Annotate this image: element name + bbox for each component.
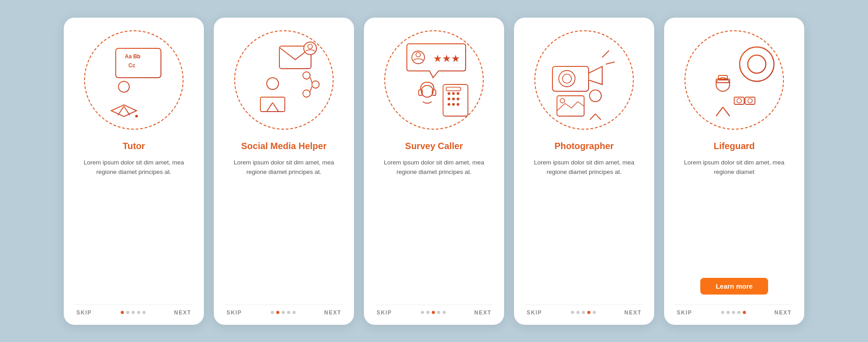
svg-point-40 [452,98,455,100]
survey-caller-body: Lorem ipsum dolor sit dim amet, mea regi… [375,158,493,299]
svg-rect-45 [446,87,461,91]
dot-5 [743,311,746,314]
dot-2 [426,311,429,314]
svg-line-27 [310,86,312,92]
tutor-icon-area: Aa Bb Cc [84,30,184,130]
svg-point-48 [559,70,575,87]
dot-4 [287,311,290,314]
survey-dots [421,311,446,314]
svg-line-20 [273,103,278,112]
svg-line-50 [602,51,609,57]
svg-point-41 [457,98,459,100]
photographer-next[interactable]: NEXT [624,309,642,316]
dot-1 [271,311,274,314]
card-lifeguard: Lifeguard Lorem ipsum dolor sit dim amet… [664,18,804,325]
svg-text:Aa Bb: Aa Bb [125,53,141,60]
lifeguard-body: Lorem ipsum dolor sit dim amet, mea regi… [675,158,793,273]
dot-3 [582,311,585,314]
svg-point-4 [118,81,129,92]
social-skip[interactable]: SKIP [226,309,242,316]
tutor-nav: SKIP NEXT [75,305,193,316]
lifeguard-next[interactable]: NEXT [774,309,792,316]
survey-caller-icon-area: ★★★ [384,30,484,130]
tutor-skip[interactable]: SKIP [76,309,92,316]
dot-1 [721,311,724,314]
svg-point-53 [590,90,601,102]
svg-point-49 [562,74,571,83]
svg-text:★★★: ★★★ [433,53,460,64]
svg-point-31 [421,85,433,97]
lifeguard-nav: SKIP NEXT [675,305,793,316]
tutor-title: Tutor [123,141,145,151]
svg-line-71 [716,107,723,116]
social-media-nav: SKIP NEXT [225,305,343,316]
svg-point-29 [416,52,420,57]
svg-rect-46 [552,66,589,91]
svg-point-14 [304,42,316,55]
cards-container: Aa Bb Cc Tutor Lorem ipsum dolor sit dim… [64,18,804,325]
svg-point-43 [452,103,455,106]
dot-3 [282,311,285,314]
dot-3 [432,311,435,314]
photographer-title: Photographer [554,141,613,151]
svg-line-56 [590,114,595,120]
lifeguard-title: Lifeguard [713,141,755,151]
dot-5 [292,311,296,314]
photographer-body: Lorem ipsum dolor sit dim amet, mea regi… [525,158,643,299]
photographer-icon-area [534,30,634,130]
dot-4 [437,311,440,314]
dot-1 [121,311,124,314]
svg-point-61 [748,55,766,73]
dot-2 [126,311,129,314]
svg-line-19 [267,103,273,112]
svg-line-57 [595,114,601,120]
photographer-icon [543,39,625,121]
tutor-next[interactable]: NEXT [174,309,191,316]
survey-next[interactable]: NEXT [474,309,491,316]
dot-2 [726,311,730,314]
svg-point-37 [452,92,455,95]
social-media-title: Social Media Helper [241,141,327,151]
social-dots [271,311,296,314]
learn-more-button[interactable]: Learn more [700,278,768,295]
dot-1 [421,311,424,314]
social-next[interactable]: NEXT [324,309,341,316]
dot-5 [443,311,446,314]
lifeguard-icon [693,39,775,121]
photographer-skip[interactable]: SKIP [527,309,542,316]
svg-point-12 [135,115,138,117]
card-tutor: Aa Bb Cc Tutor Lorem ipsum dolor sit dim… [64,18,204,325]
svg-point-36 [448,92,450,95]
svg-point-76 [737,98,741,103]
svg-rect-0 [116,48,161,78]
lifeguard-skip[interactable]: SKIP [677,309,692,316]
photographer-nav: SKIP NEXT [525,305,643,316]
tutor-icon: Aa Bb Cc [93,39,175,121]
dot-3 [732,311,735,314]
svg-point-23 [303,72,310,79]
dot-2 [276,311,279,314]
card-social-media-helper: Social Media Helper Lorem ipsum dolor si… [214,18,354,325]
survey-skip[interactable]: SKIP [377,309,392,316]
svg-line-51 [606,62,615,64]
tutor-body: Lorem ipsum dolor sit dim amet, mea regi… [75,158,193,299]
social-media-icon [243,39,325,121]
survey-caller-title: Survey Caller [405,141,463,151]
social-media-icon-area [234,30,334,130]
dot-2 [576,311,580,314]
svg-text:Cc: Cc [128,62,136,69]
svg-point-25 [303,90,310,97]
dot-5 [593,311,596,314]
svg-point-59 [560,98,565,103]
svg-line-26 [310,77,312,83]
svg-marker-47 [589,66,602,84]
svg-point-44 [457,103,459,106]
survey-caller-icon: ★★★ [393,39,475,121]
dot-4 [737,311,741,314]
lifeguard-dots [721,311,746,314]
dot-5 [142,311,146,314]
dot-4 [137,311,140,314]
lifeguard-icon-area [684,30,784,130]
card-survey-caller: ★★★ [364,18,504,325]
tutor-dots [121,311,146,314]
